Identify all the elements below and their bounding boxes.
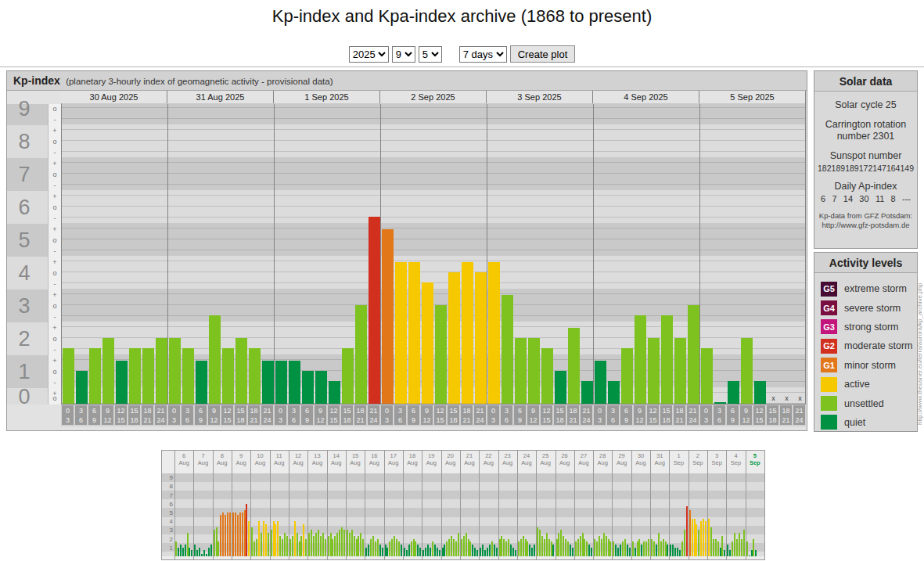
mini-kp-bar bbox=[572, 548, 573, 556]
tick-start-hour: 21 bbox=[261, 406, 273, 415]
mini-kp-bar bbox=[244, 510, 246, 556]
credit-line-2: http://www.gfz-potsdam.de bbox=[814, 221, 917, 230]
mini-kp-bar bbox=[694, 519, 696, 556]
mini-kp-bar bbox=[632, 541, 634, 556]
ap-values-row: 671430118--- bbox=[814, 192, 917, 203]
mini-kp-bar bbox=[520, 539, 522, 556]
tick-start-hour: 18 bbox=[142, 406, 153, 415]
tick-end-hour: 12 bbox=[102, 415, 113, 425]
mini-kp-bar bbox=[503, 539, 505, 556]
sunspot-value: 189 bbox=[832, 164, 846, 173]
mini-kp-bar bbox=[689, 510, 691, 556]
legend-row: quiet bbox=[814, 413, 917, 432]
mini-kp-bar bbox=[684, 530, 685, 556]
mini-kp-bar bbox=[727, 545, 728, 556]
tick-end-hour: 18 bbox=[448, 415, 459, 425]
mini-kp-bar bbox=[458, 533, 459, 556]
day-select[interactable]: 5 bbox=[419, 46, 442, 63]
mini-date-text: 2 bbox=[689, 452, 707, 459]
tick-end-hour: 9 bbox=[301, 415, 313, 425]
monthly-overview-plot: 9876543216Aug7Aug8Aug9Aug10Aug11Aug12Aug… bbox=[162, 451, 764, 559]
tick-end-hour: 6 bbox=[607, 415, 619, 425]
mini-kp-bar bbox=[191, 550, 192, 556]
mini-kp-bar bbox=[541, 536, 543, 556]
mini-kp-bar bbox=[187, 533, 189, 556]
kp-bar bbox=[116, 361, 128, 404]
mini-date-text: 22 bbox=[479, 452, 498, 459]
tick-end-hour: 21 bbox=[354, 415, 366, 425]
y-subtick-plus: + bbox=[49, 127, 61, 135]
hour-tick-box: 1821 bbox=[461, 405, 473, 425]
g1-swatch: G1 bbox=[821, 358, 837, 372]
hour-tick-box: 1518 bbox=[128, 405, 140, 425]
mini-date-label: 13Aug bbox=[307, 452, 326, 466]
mini-kp-bar bbox=[537, 527, 538, 556]
hour-tick-box: 36 bbox=[394, 405, 406, 425]
mini-kp-bar bbox=[729, 550, 731, 556]
mini-kp-bar bbox=[299, 541, 300, 556]
y-subtick-o: o bbox=[49, 368, 61, 376]
mini-kp-bar bbox=[751, 550, 753, 556]
mini-kp-bar bbox=[629, 548, 631, 556]
mini-date-text: 10 bbox=[250, 452, 269, 459]
mini-kp-bar bbox=[474, 548, 476, 556]
mini-kp-bar bbox=[315, 533, 317, 556]
mini-date-label: 15Aug bbox=[346, 452, 365, 466]
mini-kp-bar bbox=[199, 548, 200, 556]
mini-date-text: 23 bbox=[498, 452, 516, 459]
no-data-marker: x bbox=[780, 394, 793, 402]
y-axis-label: 8 bbox=[7, 130, 41, 154]
hour-tick-box: 1518 bbox=[448, 405, 459, 425]
tick-end-hour: 18 bbox=[767, 415, 778, 425]
mini-kp-bar bbox=[551, 541, 552, 556]
tick-start-hour: 6 bbox=[620, 406, 632, 415]
mini-kp-bar bbox=[432, 541, 433, 556]
tick-end-hour: 9 bbox=[727, 415, 739, 425]
mini-kp-bar bbox=[556, 539, 558, 556]
mini-kp-bar bbox=[292, 536, 293, 556]
mini-kp-bar bbox=[453, 539, 455, 556]
kp-bar bbox=[89, 348, 101, 404]
mini-date-label: 19Aug bbox=[422, 452, 440, 466]
mini-date-label: 7Aug bbox=[193, 452, 212, 466]
mini-kp-bar bbox=[313, 536, 315, 556]
kp-bar bbox=[435, 305, 447, 404]
mini-kp-bar bbox=[368, 545, 369, 556]
mini-kp-bar bbox=[643, 541, 645, 556]
hour-tick-box: 2124 bbox=[793, 405, 805, 425]
legend-label: minor storm bbox=[844, 360, 896, 371]
month-select[interactable]: 9 bbox=[392, 46, 415, 63]
kp-bar bbox=[408, 262, 420, 404]
kp-bar bbox=[728, 381, 739, 404]
mini-kp-bar bbox=[603, 533, 605, 556]
mini-kp-bar bbox=[218, 541, 219, 556]
y-axis-label: 0 bbox=[7, 385, 41, 409]
mini-kp-bar bbox=[336, 533, 338, 556]
mini-date-text: 30 bbox=[631, 452, 650, 459]
hour-tick-box: 1821 bbox=[142, 405, 153, 425]
mini-kp-bar bbox=[203, 550, 205, 556]
mini-kp-bar bbox=[196, 550, 198, 556]
tick-start-hour: 6 bbox=[408, 406, 419, 415]
mini-date-text: 24 bbox=[517, 452, 536, 459]
mini-kp-bar bbox=[468, 539, 469, 556]
mini-band bbox=[162, 482, 764, 491]
mini-kp-bar bbox=[232, 512, 234, 556]
mini-kp-bar bbox=[496, 548, 498, 556]
range-select[interactable]: 7 days bbox=[459, 46, 507, 63]
legend-label: moderate storm bbox=[844, 340, 913, 351]
tick-end-hour: 3 bbox=[594, 415, 606, 425]
tick-start-hour: 9 bbox=[315, 406, 326, 415]
mini-kp-bar bbox=[227, 512, 228, 556]
mini-kp-bar bbox=[411, 541, 412, 556]
mini-kp-bar bbox=[430, 548, 431, 556]
year-select[interactable]: 2025 bbox=[349, 46, 389, 63]
mini-kp-bar bbox=[372, 536, 374, 556]
mini-kp-bar bbox=[635, 548, 636, 556]
mini-date-text: 16 bbox=[365, 452, 383, 459]
create-plot-button[interactable]: Create plot bbox=[510, 45, 576, 63]
tick-start-hour: 9 bbox=[208, 406, 220, 415]
mini-kp-bar bbox=[318, 530, 319, 556]
mini-date-text: 4 bbox=[726, 452, 745, 459]
tick-end-hour: 3 bbox=[487, 415, 499, 425]
